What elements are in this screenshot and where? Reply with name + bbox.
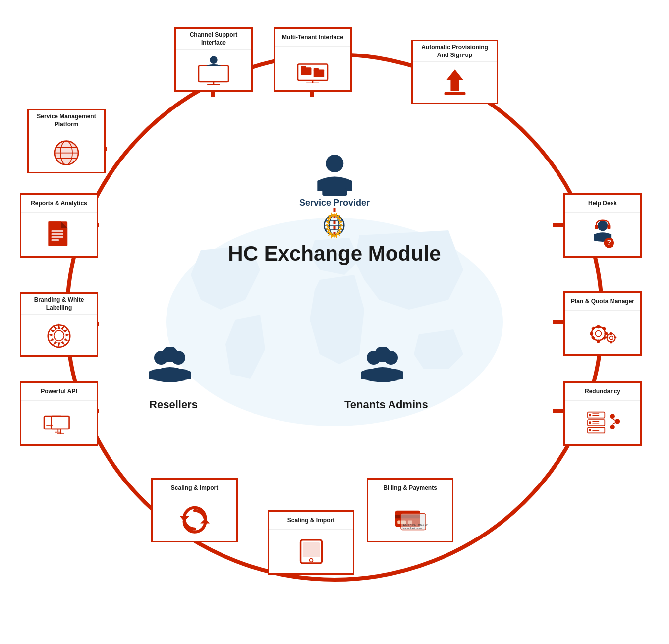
svg-rect-91 (597, 340, 600, 343)
svg-text:Name Last name: Name Last name (402, 527, 422, 530)
svg-rect-26 (314, 68, 319, 70)
svg-point-19 (210, 56, 217, 64)
service-provider-icon (312, 154, 357, 196)
svg-rect-45 (52, 239, 59, 241)
svg-point-109 (326, 155, 343, 172)
svg-point-34 (55, 141, 78, 165)
svg-rect-43 (52, 233, 63, 235)
svg-text:?: ? (607, 239, 611, 246)
main-title: HC Exchange Module (228, 242, 441, 266)
module-self-serve[interactable]: Scaling & Import (268, 510, 354, 575)
svg-rect-103 (614, 337, 616, 338)
module-help-desk[interactable]: Help Desk ? (563, 193, 642, 258)
module-multi-tenant[interactable]: Multi-Tenant Interface (274, 27, 352, 92)
resellers-label: Resellers (146, 398, 201, 411)
svg-rect-61 (302, 542, 319, 557)
resellers-group: Resellers (146, 347, 201, 411)
svg-rect-94 (591, 326, 595, 330)
svg-rect-101 (610, 341, 612, 343)
svg-rect-100 (610, 332, 612, 335)
svg-rect-110 (322, 188, 347, 196)
svg-rect-25 (314, 70, 324, 77)
svg-marker-27 (446, 69, 463, 91)
svg-text:1234 4567 8912 3456: 1234 4567 8912 3456 (402, 523, 427, 526)
svg-rect-51 (52, 416, 69, 429)
svg-point-119 (162, 347, 178, 362)
svg-rect-16 (199, 66, 228, 82)
module-scaling-import[interactable]: Scaling & Import (151, 478, 238, 542)
service-provider-label: Service Provider (228, 198, 441, 208)
tenants-group: Tenants Admins (344, 347, 428, 411)
svg-rect-44 (52, 236, 63, 238)
svg-rect-28 (444, 92, 465, 95)
module-redundancy[interactable]: Redundancy (563, 381, 642, 446)
svg-point-62 (309, 559, 313, 562)
svg-point-104 (598, 221, 608, 231)
svg-rect-102 (606, 337, 608, 338)
module-service-management[interactable]: Service Management Platform (27, 109, 106, 173)
svg-rect-93 (604, 332, 608, 335)
svg-rect-24 (301, 66, 306, 68)
module-reports[interactable]: Reports & Analytics (20, 193, 98, 258)
svg-marker-59 (200, 518, 210, 523)
svg-point-89 (595, 331, 601, 337)
diagram-container: Channel Support Interface Multi-Tenant I… (0, 0, 669, 644)
module-plan-quota[interactable]: Plan & Quota Manager (563, 291, 642, 356)
svg-rect-90 (597, 325, 600, 328)
svg-point-122 (375, 347, 390, 362)
svg-point-99 (610, 336, 613, 340)
module-auto-provisioning[interactable]: Automatic Provisioning And Sign-up (411, 40, 498, 104)
svg-rect-42 (52, 230, 63, 232)
svg-rect-95 (602, 326, 606, 330)
svg-point-83 (610, 414, 615, 419)
svg-rect-23 (301, 67, 311, 75)
svg-rect-92 (590, 332, 593, 335)
hc-logo (321, 212, 348, 239)
tenants-label: Tenants Admins (344, 398, 428, 411)
module-billing[interactable]: Billing & Payments 1234 4567 8912 3456 N… (367, 478, 453, 542)
svg-point-84 (610, 424, 615, 429)
svg-rect-72 (589, 414, 591, 416)
center-content: Service Provider HC Exchange Module (228, 154, 441, 266)
svg-rect-76 (589, 421, 591, 424)
module-channel-support[interactable]: Channel Support Interface (174, 27, 253, 92)
svg-rect-106 (607, 225, 610, 229)
module-powerful-api[interactable]: Powerful API (20, 381, 98, 446)
svg-rect-80 (589, 429, 591, 431)
module-branding[interactable]: Branding & White Labelling (20, 292, 98, 357)
svg-rect-105 (595, 225, 598, 229)
